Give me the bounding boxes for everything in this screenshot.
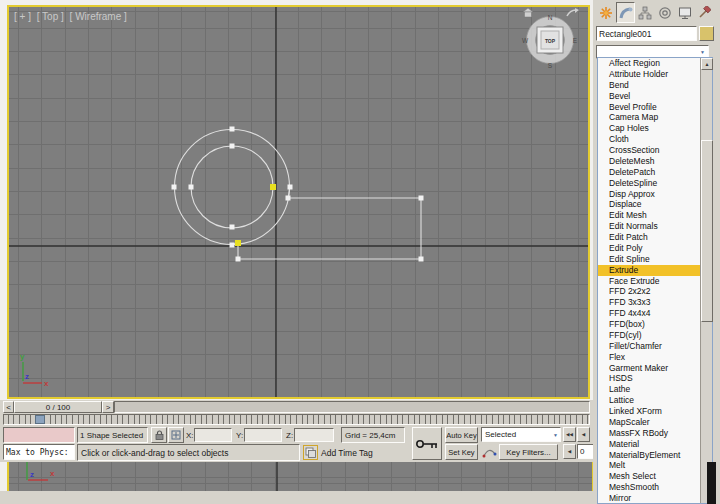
modifier-list-item[interactable]: FFD 2x2x2: [598, 286, 700, 297]
vertex[interactable]: [230, 127, 235, 132]
tab-utilities[interactable]: [694, 2, 714, 23]
viewcube-rotate-arrow-icon[interactable]: [567, 10, 576, 16]
modifier-list-item[interactable]: MapScaler: [598, 417, 700, 428]
modifier-list-item[interactable]: Cap Holes: [598, 123, 700, 134]
modifier-list-item[interactable]: Melt: [598, 460, 700, 471]
vertex[interactable]: [189, 185, 194, 190]
vertex[interactable]: [230, 243, 235, 248]
macro-recorder-field[interactable]: [3, 427, 75, 443]
modifier-list-item[interactable]: Linked XForm: [598, 406, 700, 417]
modifier-list-item[interactable]: Extrude: [598, 265, 700, 276]
default-tangent-button[interactable]: [482, 444, 497, 460]
modifier-list-item[interactable]: Edit Patch: [598, 232, 700, 243]
next-frame-button[interactable]: >: [102, 401, 114, 413]
modifier-list-item[interactable]: Mesh Select: [598, 471, 700, 482]
vertex[interactable]: [236, 257, 241, 262]
vertex[interactable]: [230, 144, 235, 149]
modifier-list-item[interactable]: MassFX RBody: [598, 428, 700, 439]
dropdown-arrow-icon[interactable]: ▼: [553, 432, 558, 438]
object-color-swatch[interactable]: [699, 26, 714, 41]
modifier-list-item[interactable]: Bevel Profile: [598, 102, 700, 113]
modifier-list-item[interactable]: Disp Approx: [598, 189, 700, 200]
modifier-list-item[interactable]: Displace: [598, 199, 700, 210]
absolute-mode-toggle[interactable]: [168, 427, 184, 443]
scrollbar-up-button[interactable]: ▲: [701, 58, 713, 70]
go-to-start-button[interactable]: ◀◀: [563, 427, 576, 442]
modifier-list-item[interactable]: Camera Map: [598, 112, 700, 123]
viewport-top[interactable]: [ + ] [ Top ] [ Wireframe ]: [7, 5, 590, 399]
modifier-list-item[interactable]: Lathe: [598, 384, 700, 395]
viewcube-east-label[interactable]: E: [573, 37, 578, 44]
modifier-list-item[interactable]: Affect Region: [598, 58, 700, 69]
vertex[interactable]: [419, 196, 424, 201]
scrollbar-thumb[interactable]: [701, 140, 713, 322]
viewcube-west-label[interactable]: W: [522, 37, 529, 44]
modifier-list-item[interactable]: FFD(cyl): [598, 330, 700, 341]
modifier-list-item[interactable]: DeletePatch: [598, 167, 700, 178]
viewcube-home-icon[interactable]: [523, 8, 533, 17]
previous-frame-time-button[interactable]: ◀: [577, 427, 590, 442]
modifier-list-item[interactable]: MaterialByElement: [598, 450, 700, 461]
tab-modify[interactable]: [616, 2, 636, 23]
combo-arrow-icon[interactable]: ▼: [700, 49, 705, 55]
track-bar[interactable]: [3, 414, 590, 425]
viewcube[interactable]: TOP N S W E: [519, 7, 585, 77]
modifier-list-item[interactable]: HSDS: [598, 373, 700, 384]
vertex[interactable]: [288, 185, 293, 190]
modifier-list-item[interactable]: Edit Mesh: [598, 210, 700, 221]
spline-shape[interactable]: [175, 130, 422, 260]
modifier-list-item[interactable]: FFD(box): [598, 319, 700, 330]
inner-circle-spline[interactable]: [191, 146, 273, 228]
set-key-button[interactable]: Set Key: [445, 444, 478, 460]
modifier-list-item[interactable]: Material: [598, 439, 700, 450]
modifier-list-item[interactable]: Cloth: [598, 134, 700, 145]
time-slider-handle[interactable]: 0 / 100: [14, 401, 102, 413]
time-slider-track[interactable]: [114, 401, 590, 413]
modifier-list-item[interactable]: FFD 4x4x4: [598, 308, 700, 319]
vertex[interactable]: [419, 257, 424, 262]
object-name-field[interactable]: Rectangle001: [596, 26, 697, 41]
selection-filter-dropdown[interactable]: Selected ▼: [481, 427, 561, 442]
vertex[interactable]: [230, 225, 235, 230]
tab-display[interactable]: [675, 2, 695, 23]
track-bar-thumb[interactable]: [35, 415, 45, 424]
viewcube-north-label[interactable]: N: [548, 14, 553, 21]
modifier-list-item[interactable]: Bend: [598, 80, 700, 91]
y-coordinate-field[interactable]: [244, 428, 282, 442]
modifier-list-item[interactable]: DeleteSpline: [598, 178, 700, 189]
modifier-list-item[interactable]: Mirror: [598, 493, 700, 503]
first-vertex[interactable]: [270, 184, 276, 190]
vertex[interactable]: [286, 196, 291, 201]
selection-lock-toggle[interactable]: [151, 427, 167, 443]
first-vertex[interactable]: [235, 240, 241, 246]
vertex[interactable]: [172, 185, 177, 190]
modifier-list-item[interactable]: Fillet/Chamfer: [598, 341, 700, 352]
viewport-front-strip[interactable]: z x: [7, 462, 594, 491]
add-time-tag[interactable]: Add Time Tag: [321, 448, 373, 458]
current-frame-field[interactable]: 0: [577, 444, 594, 459]
x-coordinate-field[interactable]: [194, 428, 232, 442]
modifier-list-item[interactable]: MeshSmooth: [598, 482, 700, 493]
modifier-list-item[interactable]: Lattice: [598, 395, 700, 406]
modifier-list-item[interactable]: Edit Poly: [598, 243, 700, 254]
modifier-list-item[interactable]: FFD 3x3x3: [598, 297, 700, 308]
modifier-list-item[interactable]: Face Extrude: [598, 276, 700, 287]
z-coordinate-field[interactable]: [294, 428, 334, 442]
tab-hierarchy[interactable]: [635, 2, 655, 23]
modifier-list-item[interactable]: DeleteMesh: [598, 156, 700, 167]
previous-key-button[interactable]: ◀: [563, 444, 576, 459]
modifier-list-item[interactable]: Garment Maker: [598, 363, 700, 374]
modifier-list-item[interactable]: Bevel: [598, 91, 700, 102]
key-filters-button[interactable]: Key Filters...: [499, 444, 558, 460]
set-keys-button[interactable]: [412, 427, 442, 460]
rectangle-spline[interactable]: [233, 187, 422, 259]
tab-motion[interactable]: [655, 2, 675, 23]
viewcube-south-label[interactable]: S: [548, 62, 553, 69]
modifier-list-item[interactable]: CrossSection: [598, 145, 700, 156]
previous-frame-button[interactable]: <: [3, 401, 14, 413]
auto-key-button[interactable]: Auto Key: [445, 427, 478, 443]
modifier-list-item[interactable]: Attribute Holder: [598, 69, 700, 80]
modifier-list-item[interactable]: Flex: [598, 352, 700, 363]
modifier-list-item[interactable]: Edit Spline: [598, 254, 700, 265]
tab-create[interactable]: [596, 2, 616, 23]
